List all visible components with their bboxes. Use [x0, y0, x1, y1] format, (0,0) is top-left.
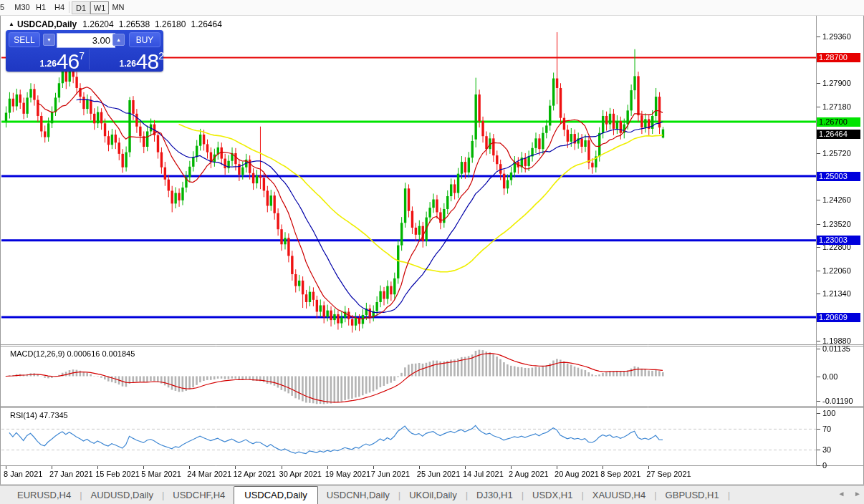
level-price-badge: 1.25003	[817, 172, 860, 181]
timeframe-button-w1[interactable]: W1	[90, 1, 109, 14]
volume-input[interactable]	[57, 33, 115, 48]
toolbar-separator	[69, 1, 69, 13]
date-tick-label: 24 Mar 2021	[187, 470, 231, 478]
price-tick-label: 1.19880	[822, 336, 851, 345]
tab-usdx[interactable]: USDX,H1	[524, 487, 581, 504]
timeframe-button-m30[interactable]: M30	[11, 1, 33, 13]
timeframe-button-h1[interactable]: H1	[32, 1, 50, 13]
buy-price[interactable]: 1.26482	[89, 49, 164, 69]
rsi-tick-label: 30	[822, 445, 831, 454]
level-price-badge: 1.20609	[817, 313, 860, 322]
current-price-badge: 1.26464	[817, 130, 860, 139]
date-tick-label: 2 Aug 2021	[509, 470, 549, 478]
rsi-label: RSI(14) 47.7345	[10, 411, 68, 420]
price-tick-label: 1.25720	[822, 149, 851, 158]
date-tick-label: 20 Aug 2021	[555, 470, 599, 478]
price-tick-label: 1.27900	[822, 79, 851, 87]
rsi-value: 47.7345	[39, 411, 68, 420]
tab-xauusd[interactable]: XAUUSD,H4	[584, 487, 654, 504]
date-tick-label: 27 Sep 2021	[646, 470, 691, 478]
price-tick-label: 1.22060	[822, 266, 851, 275]
buy-price-big: 48	[136, 49, 158, 73]
date-tick-label: 25 Jun 2021	[417, 470, 461, 478]
terminal-window: 5M30H1H4D1W1MN ▲USDCAD,Daily1.262041.265…	[0, 0, 864, 504]
price-tick-label: 1.24260	[822, 195, 851, 204]
tab-audusd[interactable]: AUDUSD,Daily	[82, 487, 162, 504]
timeframe-button-d1[interactable]: D1	[72, 1, 90, 14]
date-tick-label: 12 Apr 2021	[233, 470, 275, 478]
date-tick-label: 5 Mar 2021	[141, 470, 181, 478]
price-tick-label: 1.21340	[822, 289, 851, 298]
timeframe-button-mn[interactable]: MN	[109, 1, 128, 13]
price-tick-label: 1.29360	[822, 32, 851, 41]
macd-signal-value: 0.001845	[102, 349, 135, 358]
rsi-tick-label: 0	[822, 461, 827, 470]
date-tick-label: 30 Apr 2021	[279, 470, 322, 478]
ohlc-open: 1.26204	[82, 19, 113, 29]
sell-price-pip: 7	[79, 50, 85, 62]
tab-ukoil[interactable]: UKOil,Daily	[400, 487, 465, 504]
level-price-badge: 1.26700	[817, 117, 860, 127]
ohlc-low: 1.26180	[155, 19, 186, 29]
symbol-tab-bar: EURUSD,H4|AUDUSD,Daily|USDCHF,H4USDCAD,D…	[0, 485, 864, 504]
buy-price-pip: 2	[158, 50, 164, 62]
macd-tick-label: 0.01135	[822, 344, 850, 353]
timeframe-button-5[interactable]: 5	[0, 1, 7, 13]
buy-price-prefix: 1.26	[119, 59, 135, 69]
macd-value: 0.000616	[67, 349, 100, 358]
sell-price[interactable]: 1.26467	[10, 49, 85, 69]
volume-decrease-icon[interactable]: ▼	[43, 34, 55, 46]
date-tick-label: 8 Sep 2021	[600, 470, 640, 478]
date-tick-label: 14 Jul 2021	[463, 470, 504, 478]
date-tick-label: 8 Jan 2021	[4, 470, 42, 478]
macd-tick-label: -0.01190	[822, 397, 853, 405]
ohlc-close: 1.26464	[191, 19, 221, 29]
macd-tick-label: 0.00	[822, 372, 837, 381]
price-tick-label: 1.27180	[822, 102, 851, 111]
timeframe-button-h4[interactable]: H4	[50, 1, 69, 13]
tab-gbpusd[interactable]: GBPUSD,H1	[657, 487, 728, 504]
chart-title: ▲USDCAD,Daily1.262041.265381.261801.2646…	[9, 19, 227, 29]
buy-button[interactable]: BUY	[129, 32, 160, 47]
price-tick-label: 1.23520	[822, 220, 851, 228]
tab-separator: |	[728, 490, 730, 500]
date-tick-label: 15 Feb 2021	[95, 470, 140, 478]
date-tick-label: 7 Jun 2021	[371, 470, 410, 478]
one-click-trading-panel: SELL ▼ ▲ BUY 1.26467 1.26482	[6, 30, 163, 72]
tab-eurusd[interactable]: EURUSD,H4	[9, 487, 80, 504]
chart-canvas[interactable]	[0, 0, 864, 485]
level-price-badge: 1.28700	[817, 53, 860, 62]
level-price-badge: 1.23003	[817, 236, 860, 245]
rsi-tick-label: 100	[822, 409, 835, 417]
ohlc-high: 1.26538	[119, 19, 150, 29]
sell-price-prefix: 1.26	[39, 59, 56, 69]
sell-price-big: 46	[57, 49, 79, 73]
collapse-icon[interactable]: ▲	[9, 21, 14, 27]
tab-scroll-left-icon[interactable]: ◄	[837, 490, 845, 498]
macd-label: MACD(12,26,9) 0.000616 0.001845	[10, 349, 135, 358]
tab-usdcad[interactable]: USDCAD,Daily	[234, 486, 317, 504]
date-tick-label: 27 Jan 2021	[49, 470, 93, 478]
symbol-name: USDCAD,Daily	[17, 19, 77, 29]
timeframe-toolbar: 5M30H1H4D1W1MN	[0, 0, 864, 16]
tab-usdcnh[interactable]: USDCNH,Daily	[318, 487, 398, 504]
tab-scroll-right-icon[interactable]: ►	[854, 490, 861, 498]
rsi-tick-label: 70	[822, 425, 831, 433]
date-tick-label: 19 May 2021	[325, 470, 371, 478]
tab-dj30[interactable]: DJ30,H1	[468, 487, 522, 504]
volume-increase-icon[interactable]: ▲	[112, 34, 125, 46]
sell-button[interactable]: SELL	[9, 32, 40, 47]
tab-usdchf[interactable]: USDCHF,H4	[164, 487, 234, 504]
